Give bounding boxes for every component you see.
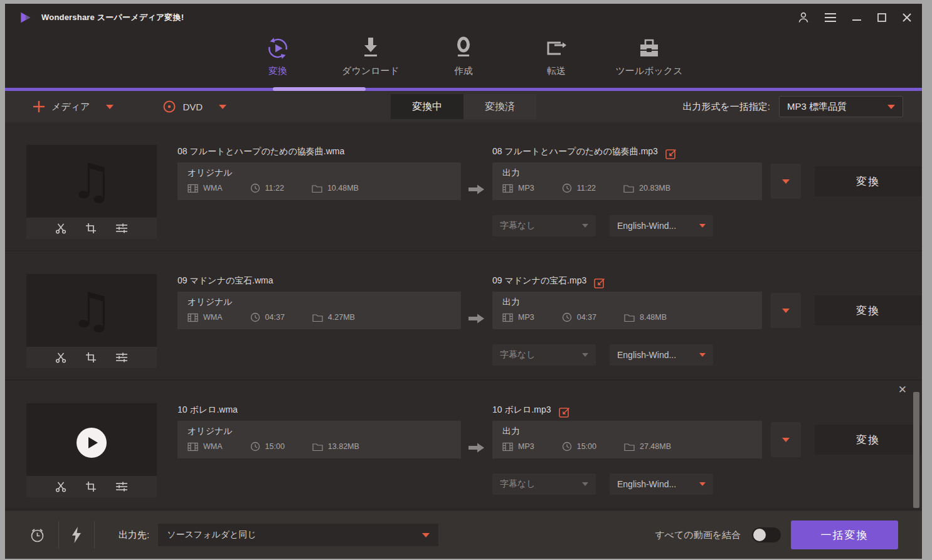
- trim-scissors-icon[interactable]: [55, 352, 66, 363]
- output-format: MP3: [502, 184, 534, 193]
- source-label: オリジナル: [188, 426, 451, 437]
- audio-track-select[interactable]: English-Wind...: [610, 473, 713, 495]
- effects-sliders-icon[interactable]: [115, 223, 128, 234]
- merge-videos-toggle[interactable]: [752, 527, 781, 542]
- window-controls: [798, 11, 912, 24]
- convert-button[interactable]: 変換: [815, 166, 921, 196]
- subtitle-select[interactable]: 字幕なし: [492, 473, 596, 495]
- tab-transfer[interactable]: 転送: [526, 35, 586, 88]
- clock-icon: [562, 312, 572, 322]
- folder-icon: [623, 184, 634, 193]
- add-dvd-caret-icon[interactable]: [219, 105, 226, 109]
- output-format: MP3: [502, 442, 534, 452]
- tab-convert[interactable]: 変換: [248, 35, 308, 88]
- high-speed-icon[interactable]: [71, 527, 82, 543]
- source-label: オリジナル: [188, 167, 451, 179]
- trim-scissors-icon[interactable]: [55, 481, 66, 492]
- folder-icon: [312, 184, 322, 193]
- output-format-dropdown-button[interactable]: [771, 164, 801, 199]
- audio-track-select[interactable]: English-Wind...: [610, 344, 713, 366]
- output-format-select[interactable]: MP3 標準品質: [779, 96, 903, 117]
- tab-transfer-label: 転送: [547, 65, 566, 77]
- tab-convert-label: 変換: [268, 65, 287, 77]
- clock-icon: [250, 183, 260, 193]
- source-size: 13.82MB: [312, 442, 359, 452]
- crop-icon[interactable]: [85, 481, 97, 492]
- tab-create[interactable]: 作成: [433, 35, 494, 88]
- audio-track-select[interactable]: English-Wind...: [610, 215, 713, 236]
- folder-icon: [624, 442, 635, 452]
- batch-convert-button[interactable]: 一括変換: [791, 520, 898, 549]
- crop-icon[interactable]: [85, 223, 97, 234]
- output-info-box: 出力 MP3: [492, 162, 762, 200]
- output-format-dropdown-button[interactable]: [771, 293, 801, 328]
- account-icon[interactable]: [798, 11, 809, 24]
- tab-toolbox[interactable]: ツールボックス: [619, 35, 679, 88]
- close-icon[interactable]: [902, 13, 912, 23]
- add-media-button[interactable]: メディア: [33, 100, 114, 113]
- menu-icon[interactable]: [824, 13, 837, 23]
- film-icon: [502, 184, 513, 193]
- crop-icon[interactable]: [85, 352, 97, 363]
- dvd-disc-icon: [162, 100, 176, 114]
- schedule-timer-icon[interactable]: [29, 527, 46, 544]
- output-duration: 04:37: [562, 312, 596, 322]
- source-info-box: オリジナル WMA: [177, 162, 461, 200]
- film-icon: [502, 313, 513, 322]
- play-preview-button[interactable]: [77, 428, 107, 458]
- media-thumbnail[interactable]: ♫: [26, 274, 157, 368]
- tab-download[interactable]: ダウンロード: [341, 35, 401, 88]
- output-size: 20.83MB: [623, 184, 670, 193]
- titlebar: Wondershare スーパーメディア変換!: [5, 4, 922, 31]
- music-note-icon: ♫: [26, 274, 157, 347]
- add-media-caret-icon[interactable]: [106, 105, 114, 109]
- rename-edit-icon[interactable]: [594, 277, 606, 289]
- media-thumbnail[interactable]: [26, 403, 157, 497]
- add-dvd-button[interactable]: DVD: [162, 100, 226, 114]
- effects-sliders-icon[interactable]: [115, 352, 128, 363]
- divider: [58, 521, 59, 549]
- rename-edit-icon[interactable]: [559, 406, 571, 418]
- tab-converting[interactable]: 変換中: [391, 94, 463, 119]
- convert-button[interactable]: 変換: [815, 425, 921, 455]
- subtitle-select[interactable]: 字幕なし: [492, 344, 596, 366]
- trim-scissors-icon[interactable]: [55, 223, 66, 234]
- clock-icon: [250, 312, 260, 322]
- source-duration: 11:22: [250, 183, 284, 193]
- output-format-caret-icon: [887, 105, 895, 109]
- source-duration: 15:00: [250, 441, 285, 452]
- output-dir-label: 出力先:: [119, 529, 149, 541]
- scrollbar-thumb[interactable]: [913, 392, 919, 508]
- app-title: Wondershare スーパーメディア変換!: [41, 12, 184, 23]
- convert-arrow-icon: [469, 442, 485, 453]
- remove-item-icon[interactable]: ✕: [898, 384, 907, 395]
- rename-edit-icon[interactable]: [665, 148, 677, 160]
- film-icon: [502, 442, 513, 452]
- source-format: WMA: [188, 313, 223, 322]
- tab-converted[interactable]: 変換済: [463, 94, 536, 119]
- list-item: ♫ 08 フルートとハープのた: [5, 122, 922, 251]
- media-thumbnail[interactable]: ♫: [26, 145, 157, 239]
- subtitle-select[interactable]: 字幕なし: [492, 215, 596, 236]
- output-filename: 10 ボレロ.mp3: [492, 403, 551, 421]
- convert-arrow-icon: [469, 313, 485, 324]
- minimize-icon[interactable]: [852, 13, 862, 23]
- output-filename: 09 マドンナの宝石.mp3: [492, 274, 586, 292]
- add-media-label: メディア: [51, 101, 90, 113]
- toggle-knob: [753, 529, 766, 541]
- convert-button[interactable]: 変換: [815, 295, 921, 325]
- app-logo-icon: [19, 11, 31, 24]
- toolbar: メディア DVD 変換中 変換済 出力形式を一括指定: MP3 標準品質: [5, 91, 922, 122]
- maximize-icon[interactable]: [877, 13, 887, 23]
- source-format: WMA: [188, 442, 223, 452]
- tab-toolbox-label: ツールボックス: [615, 65, 682, 77]
- output-size: 27.48MB: [624, 442, 671, 452]
- source-duration: 04:37: [250, 312, 285, 322]
- plus-icon: [33, 100, 45, 113]
- effects-sliders-icon[interactable]: [115, 481, 128, 492]
- output-format-dropdown-button[interactable]: [771, 422, 801, 457]
- subtitle-caret-icon: [582, 224, 588, 228]
- convert-icon: [265, 35, 290, 61]
- output-duration: 11:22: [562, 183, 596, 193]
- output-dir-select[interactable]: ソースフォルダと同じ: [158, 524, 438, 546]
